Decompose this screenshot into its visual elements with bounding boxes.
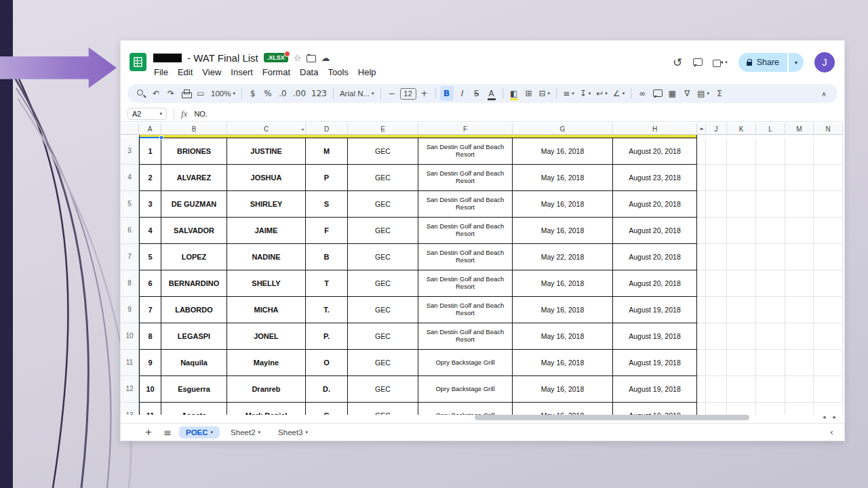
cell[interactable]: F [306,218,348,244]
cell[interactable]: GEC [348,218,418,244]
cell[interactable]: C [306,403,348,415]
cell-empty[interactable] [814,297,843,323]
cell-empty[interactable] [706,403,727,415]
cell-empty[interactable] [706,138,727,165]
cell-empty[interactable] [756,350,785,376]
cell-empty[interactable] [697,323,706,350]
currency-format-button[interactable]: $ [246,86,260,101]
menu-format[interactable]: Format [258,66,295,79]
menu-tools[interactable]: Tools [323,66,353,79]
unhide-columns-icon[interactable]: ◂▸ [699,126,703,131]
cell[interactable]: S [306,191,348,218]
sheet-tab-sheet2[interactable]: Sheet2▾ [224,426,267,439]
filter-views-button[interactable]: ▤▾ [695,86,711,101]
cell-empty[interactable] [785,244,814,270]
cell[interactable]: Mark Daniel [227,403,306,415]
column-header-b[interactable]: B [161,123,227,135]
cell-empty[interactable] [785,297,814,323]
cell[interactable]: 10 [139,376,161,403]
cell[interactable]: GEC [348,297,418,323]
cell[interactable]: 1 [139,138,161,165]
cell[interactable]: SALVADOR [161,218,227,244]
cell[interactable]: August 20, 2018 [613,270,697,297]
sheets-logo-icon[interactable] [130,53,146,71]
cell-empty[interactable] [814,323,843,350]
cell[interactable]: JUSTINE [227,138,306,165]
cell[interactable]: San Destin Golf and Beach Resort [418,138,513,165]
version-history-icon[interactable]: ↺ [673,56,682,69]
horizontal-scrollbar-thumb[interactable] [475,415,749,420]
cell-empty[interactable] [697,138,706,165]
redo-button[interactable]: ↷ [164,86,178,101]
cell[interactable]: Opry Backstage Grill [418,376,513,403]
cell-empty[interactable] [814,350,843,376]
increase-font-size-button[interactable]: + [418,86,431,101]
row-number[interactable]: 4 [121,165,139,191]
cell[interactable]: GEC [348,165,418,191]
row-number[interactable]: 6 [121,218,139,244]
cell[interactable]: August 20, 2018 [613,244,697,270]
cell-empty[interactable] [785,323,814,350]
text-color-button[interactable]: A [485,86,498,101]
cell[interactable]: T [306,270,348,297]
share-button[interactable]: Share ▾ [738,53,804,72]
sheet-tab-caret-icon[interactable]: ▾ [258,430,261,435]
cell[interactable]: Mayine [227,350,306,376]
cell[interactable]: Opry Backstage Grill [418,350,513,376]
italic-button[interactable]: I [455,86,469,101]
increase-decimals-button[interactable]: .00 [291,86,308,101]
search-button[interactable] [134,86,148,101]
zoom-select[interactable]: 100%▾ [209,86,237,101]
column-header-k[interactable]: K [727,123,756,135]
functions-button[interactable]: Σ [713,86,726,101]
cell-empty[interactable] [727,270,756,297]
avatar[interactable]: J [814,52,835,73]
insert-link-button[interactable]: ∞ [635,86,649,101]
cell[interactable]: August 20, 2018 [613,138,697,165]
cell[interactable]: JAIME [227,218,306,244]
cell-empty[interactable] [756,323,785,350]
cell[interactable]: LOPEZ [161,244,227,270]
hidden-column-indicator[interactable]: ◂▸ [697,123,706,135]
cell[interactable]: BERNARDINO [161,270,227,297]
menu-help[interactable]: Help [353,66,381,79]
cell-empty[interactable] [814,270,843,297]
cell-empty[interactable] [814,138,843,165]
column-header-l[interactable]: L [756,123,785,135]
menu-file[interactable]: File [149,66,173,79]
cell[interactable]: May 22, 2018 [513,244,613,270]
row-number[interactable]: 12 [121,376,139,403]
cell-empty[interactable] [727,323,756,350]
row-number[interactable]: 10 [121,323,139,350]
merge-cells-button[interactable]: ⊟▾ [537,86,553,101]
strikethrough-button[interactable]: S [470,86,484,101]
cell-empty[interactable] [785,218,814,244]
cell[interactable]: O [306,350,348,376]
column-header-d[interactable]: D [306,123,348,135]
cell-empty[interactable] [727,297,756,323]
cell[interactable]: San Destin Golf and Beach Resort [418,165,513,191]
cell[interactable]: May 16, 2018 [513,323,613,350]
row-number[interactable]: 8 [121,270,139,297]
selection-fill-handle[interactable] [159,136,163,140]
cell-empty[interactable] [756,218,785,244]
cell[interactable]: SHIRLEY [227,191,306,218]
name-box[interactable]: A2 ▾ [127,108,167,120]
row-number[interactable]: 7 [121,244,139,270]
row-number[interactable]: 11 [121,350,139,376]
cell[interactable]: MICHA [227,297,306,323]
cell-empty[interactable] [727,403,756,415]
cell-empty[interactable] [756,244,785,270]
cell[interactable]: 8 [139,323,161,350]
cell[interactable]: August 19, 2018 [613,376,697,403]
print-button[interactable] [179,86,193,101]
cell-empty[interactable] [756,376,785,403]
cell[interactable]: Naquila [161,350,227,376]
cell[interactable]: San Destin Golf and Beach Resort [418,244,513,270]
cell[interactable]: August 19, 2018 [613,323,697,350]
document-title[interactable]: - WAT Final List [187,52,258,64]
cell[interactable]: May 16, 2018 [513,376,613,403]
cell[interactable]: May 16, 2018 [513,297,613,323]
cell-empty[interactable] [727,218,756,244]
cell-empty[interactable] [785,165,814,191]
